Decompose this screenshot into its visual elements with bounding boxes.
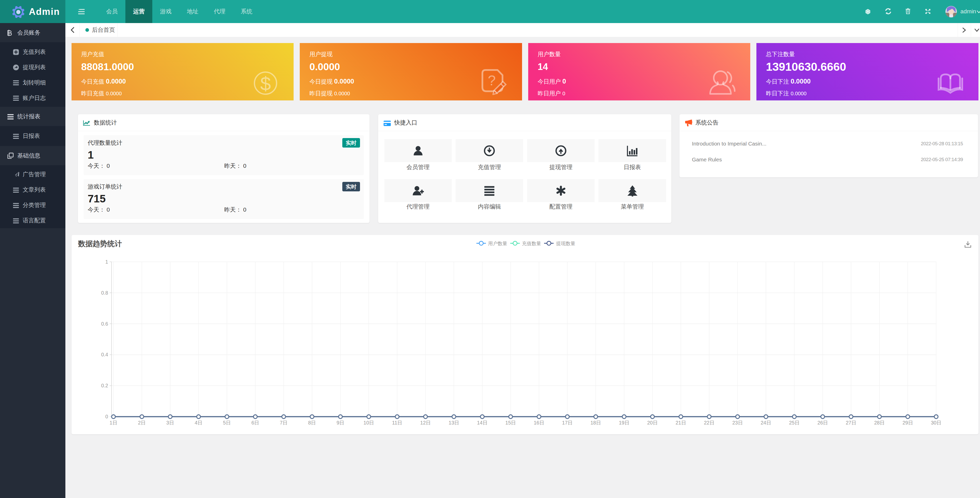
- svg-text:1日: 1日: [110, 420, 117, 425]
- svg-text:3日: 3日: [166, 420, 174, 425]
- svg-text:4日: 4日: [195, 420, 202, 425]
- svg-text:22日: 22日: [704, 420, 714, 425]
- svg-text:23日: 23日: [732, 420, 743, 425]
- svg-text:5日: 5日: [223, 420, 231, 425]
- svg-text:0.6: 0.6: [101, 321, 108, 327]
- svg-text:10日: 10日: [364, 420, 374, 425]
- svg-text:21日: 21日: [676, 420, 686, 425]
- svg-text:0.2: 0.2: [101, 383, 108, 389]
- svg-text:8日: 8日: [308, 420, 316, 425]
- svg-text:?: ?: [488, 73, 496, 88]
- svg-text:6日: 6日: [251, 420, 259, 425]
- svg-text:$: $: [260, 73, 271, 94]
- svg-text:29日: 29日: [902, 420, 913, 425]
- svg-text:20日: 20日: [647, 420, 658, 425]
- svg-text:18日: 18日: [590, 420, 601, 425]
- svg-text:13日: 13日: [449, 420, 459, 425]
- svg-text:19日: 19日: [619, 420, 629, 425]
- svg-text:11日: 11日: [392, 420, 402, 425]
- svg-text:9日: 9日: [336, 420, 344, 425]
- svg-text:1: 1: [105, 259, 108, 264]
- svg-text:30日: 30日: [931, 420, 941, 425]
- svg-text:0: 0: [105, 414, 108, 419]
- svg-text:24日: 24日: [760, 420, 771, 425]
- svg-text:14日: 14日: [477, 420, 487, 425]
- svg-text:7日: 7日: [280, 420, 288, 425]
- svg-text:17日: 17日: [562, 420, 573, 425]
- svg-text:15日: 15日: [505, 420, 516, 425]
- svg-text:27日: 27日: [846, 420, 856, 425]
- svg-text:0.8: 0.8: [101, 290, 108, 295]
- svg-text:16日: 16日: [534, 420, 544, 425]
- svg-text:25日: 25日: [789, 420, 800, 425]
- svg-text:12日: 12日: [420, 420, 431, 425]
- svg-text:26日: 26日: [818, 420, 828, 425]
- svg-text:28日: 28日: [874, 420, 885, 425]
- svg-text:2日: 2日: [138, 420, 146, 425]
- svg-text:0.4: 0.4: [101, 352, 108, 357]
